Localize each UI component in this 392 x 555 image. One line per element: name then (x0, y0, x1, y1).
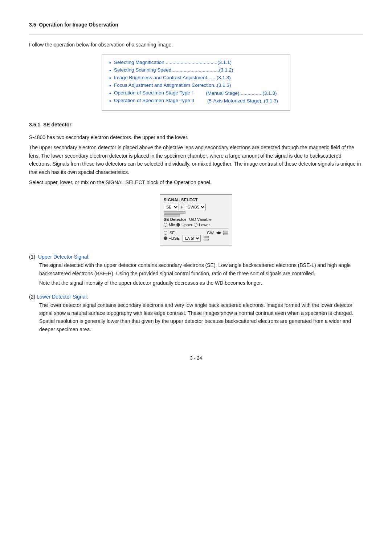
sub-slider[interactable] (164, 214, 180, 216)
signal-select-title: SIGNAL SELECT (164, 198, 228, 202)
gw-label: GW (207, 231, 214, 235)
toc-box: Selecting Magnification.................… (102, 54, 290, 111)
intro-text: Follow the operation below for observati… (29, 42, 363, 48)
toc-item-1: Selecting Magnification.................… (109, 60, 283, 66)
toc-link-4[interactable]: Focus Adjustment and Astigmatism Correct… (114, 82, 231, 88)
item-1-number: (1) (29, 254, 35, 260)
ud-variable-label: U/D Variable (189, 217, 212, 222)
la-dropdown[interactable]: LA 50 (183, 235, 201, 242)
gwbse-dropdown[interactable]: GWBSE (185, 204, 206, 210)
toc-indent-6: (5-Axis Motorized Stage)..(3.1.3) (194, 98, 278, 104)
mini-sliders (223, 231, 228, 235)
section-separator (29, 34, 363, 35)
toc-link-2[interactable]: Selecting Scanning Speed................… (114, 67, 233, 73)
section-title: Operation for Image Observation (39, 22, 118, 28)
subsection-title: SE detector (43, 122, 72, 127)
mini-slider-2 (223, 233, 228, 235)
page-number: 3 - 24 (29, 355, 363, 361)
radio-upper[interactable] (176, 223, 180, 227)
plus-icon: + (180, 204, 183, 210)
paragraph-2: The upper secondary electron detector is… (29, 143, 363, 176)
slider-row-2 (164, 214, 228, 216)
toc-link-6[interactable]: Operation of Specimen Stage Type II (114, 98, 194, 103)
numbered-item-2: (2) Lower Detector Signal: (29, 294, 363, 300)
paragraph-1: S-4800 has two secondary electron detect… (29, 133, 363, 141)
item-2-para-1: The lower detector signal contains secon… (39, 301, 363, 334)
radio-mix[interactable] (164, 223, 167, 227)
se-label2: SE (170, 231, 175, 235)
mini-slider-3 (204, 236, 209, 238)
item-1-label: Upper Detector Signal: (38, 254, 90, 260)
lower-label: Lower (199, 223, 210, 227)
toc-list: Selecting Magnification.................… (109, 60, 283, 104)
radio-se[interactable] (164, 231, 167, 235)
signal-select-box: SIGNAL SELECT SE + GWBSE SE Detector U/D… (160, 194, 232, 246)
mini-slider-4 (204, 239, 209, 240)
gw-row: SE GW ◀▶ (164, 230, 228, 235)
item-1-para-1: The signal detected with the upper detec… (39, 261, 363, 278)
section-heading: 3.5 Operation for Image Observation (29, 22, 363, 28)
se-detector-row: SE Detector U/D Variable (164, 217, 228, 222)
toc-item-4: Focus Adjustment and Astigmatism Correct… (109, 82, 283, 89)
toc-link-1[interactable]: Selecting Magnification.................… (114, 60, 232, 65)
radio-mix-row: Mix Upper Lower (164, 223, 228, 227)
toc-link-3[interactable]: Image Brightness and Contrast Adjustment… (114, 75, 231, 80)
se-detector-label: SE Detector (164, 217, 186, 222)
numbered-item-1: (1) Upper Detector Signal: (29, 254, 363, 260)
bse-label: +BSE (169, 236, 180, 240)
toc-indent-5: (Manual Stage).................(3.1.3) (193, 90, 277, 96)
main-slider[interactable] (164, 211, 185, 214)
subsection-heading: 3.5.1 SE detector (29, 122, 363, 127)
mini-slider-1 (223, 231, 228, 232)
toc-link-5[interactable]: Operation of Specimen Stage Type I (114, 90, 193, 96)
section-number: 3.5 (29, 22, 36, 28)
item-2-label: Lower Detector Signal: (37, 294, 88, 300)
mix-label: Mix (169, 223, 175, 227)
toc-item-2: Selecting Scanning Speed................… (109, 67, 283, 73)
ss-top-row: SE + GWBSE (164, 204, 228, 210)
toc-item-3: Image Brightness and Contrast Adjustment… (109, 75, 283, 81)
item-2-number: (2) (29, 294, 35, 300)
radio-bse[interactable] (164, 236, 167, 240)
mini-sliders-2 (204, 236, 209, 240)
item-1-para-2: Note that the signal intensity of the up… (39, 279, 363, 287)
arrows-icon: ◀▶ (216, 230, 221, 235)
slider-row-1 (164, 211, 228, 214)
paragraph-3: Select upper, lower, or mix on the SIGNA… (29, 178, 363, 186)
toc-item-5: Operation of Specimen Stage Type I (Manu… (109, 90, 283, 96)
ss-divider (164, 228, 228, 229)
upper-label: Upper (181, 223, 192, 227)
radio-lower[interactable] (194, 223, 197, 227)
toc-item-6: Operation of Specimen Stage Type II (5-A… (109, 98, 283, 104)
bse-row: +BSE LA 50 (164, 235, 228, 242)
se-dropdown[interactable]: SE (164, 204, 179, 210)
subsection-number: 3.5.1 (29, 122, 40, 127)
